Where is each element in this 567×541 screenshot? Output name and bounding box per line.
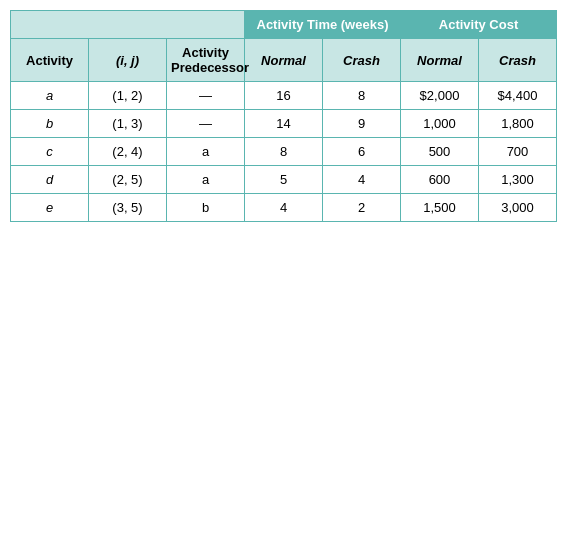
ij-cell: (3, 5) <box>89 194 167 222</box>
crash-time-cell: 8 <box>323 82 401 110</box>
table-row: d(2, 5)a546001,300 <box>11 166 557 194</box>
normal-time-cell: 14 <box>245 110 323 138</box>
predecessor-cell: — <box>167 110 245 138</box>
predecessor-cell: a <box>167 138 245 166</box>
header-row-sub: Activity (i, j) Activity Predecessor Nor… <box>11 39 557 82</box>
normal-time-cell: 5 <box>245 166 323 194</box>
crash-time-cell: 2 <box>323 194 401 222</box>
col-predecessor-header: Activity Predecessor <box>167 39 245 82</box>
col-normal-cost-header: Normal <box>401 39 479 82</box>
normal-time-cell: 4 <box>245 194 323 222</box>
activity-time-header: Activity Time (weeks) <box>245 11 401 39</box>
predecessor-cell: a <box>167 166 245 194</box>
crash-cost-cell: $4,400 <box>479 82 557 110</box>
normal-cost-cell: 1,000 <box>401 110 479 138</box>
normal-cost-cell: 600 <box>401 166 479 194</box>
table-body: a(1, 2)—168$2,000$4,400b(1, 3)—1491,0001… <box>11 82 557 222</box>
normal-time-cell: 8 <box>245 138 323 166</box>
crash-cost-cell: 3,000 <box>479 194 557 222</box>
normal-time-cell: 16 <box>245 82 323 110</box>
crash-cost-cell: 700 <box>479 138 557 166</box>
crash-time-cell: 6 <box>323 138 401 166</box>
normal-cost-cell: $2,000 <box>401 82 479 110</box>
empty-header <box>11 11 245 39</box>
ij-cell: (2, 4) <box>89 138 167 166</box>
crash-cost-cell: 1,300 <box>479 166 557 194</box>
activity-cell: a <box>11 82 89 110</box>
activity-cost-header: Activity Cost <box>401 11 557 39</box>
col-ij-header: (i, j) <box>89 39 167 82</box>
table-row: c(2, 4)a86500700 <box>11 138 557 166</box>
predecessor-cell: — <box>167 82 245 110</box>
table-row: a(1, 2)—168$2,000$4,400 <box>11 82 557 110</box>
col-activity-header: Activity <box>11 39 89 82</box>
header-row-top: Activity Time (weeks) Activity Cost <box>11 11 557 39</box>
activity-cell: d <box>11 166 89 194</box>
ij-cell: (1, 2) <box>89 82 167 110</box>
crash-time-cell: 9 <box>323 110 401 138</box>
ij-cell: (1, 3) <box>89 110 167 138</box>
normal-cost-cell: 500 <box>401 138 479 166</box>
ij-cell: (2, 5) <box>89 166 167 194</box>
activity-cell: b <box>11 110 89 138</box>
activity-table: Activity Time (weeks) Activity Cost Acti… <box>10 10 557 222</box>
activity-cell: c <box>11 138 89 166</box>
normal-cost-cell: 1,500 <box>401 194 479 222</box>
col-normal-time-header: Normal <box>245 39 323 82</box>
col-crash-time-header: Crash <box>323 39 401 82</box>
table-row: b(1, 3)—1491,0001,800 <box>11 110 557 138</box>
table-row: e(3, 5)b421,5003,000 <box>11 194 557 222</box>
col-crash-cost-header: Crash <box>479 39 557 82</box>
predecessor-cell: b <box>167 194 245 222</box>
crash-time-cell: 4 <box>323 166 401 194</box>
activity-cell: e <box>11 194 89 222</box>
crash-cost-cell: 1,800 <box>479 110 557 138</box>
